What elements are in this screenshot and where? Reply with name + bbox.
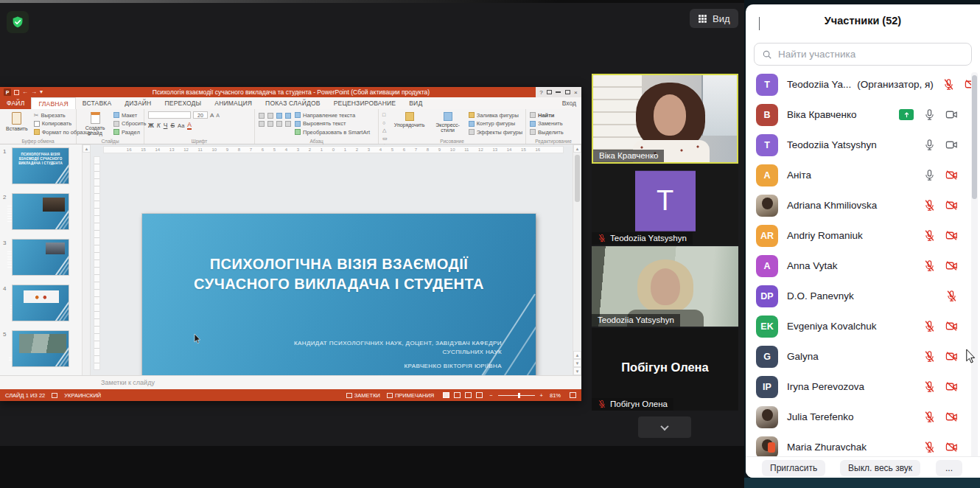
smartart-button[interactable]: Преобразовать в SmartArt xyxy=(295,128,370,136)
shapes-gallery[interactable]: □ ○ △ ▭ ◇ ☆ xyxy=(382,111,388,137)
collapse-videos-button[interactable] xyxy=(638,416,691,438)
participant-row[interactable]: G Galyna xyxy=(746,341,971,372)
video-tile-vika[interactable]: Віка Кравченко xyxy=(592,74,738,164)
new-slide-button[interactable]: Создать слайд xyxy=(80,111,110,137)
select-button[interactable]: Выделить xyxy=(530,128,564,136)
numbering-icon[interactable] xyxy=(267,113,273,119)
minimize-button[interactable] xyxy=(556,91,561,93)
zoom-slider[interactable] xyxy=(498,395,535,396)
zoom-out-button[interactable]: − xyxy=(489,392,492,399)
participant-row[interactable]: T Teodoziia Ya... (Организатор, я) xyxy=(746,69,971,100)
invite-button[interactable]: Пригласить xyxy=(762,460,825,476)
layout-button[interactable]: Макет xyxy=(113,111,146,119)
video-tile-teodoziia-avatar[interactable]: T Teodoziia Yatsyshyn xyxy=(592,165,738,245)
change-case-button[interactable]: Аа xyxy=(178,122,184,129)
find-button[interactable]: Найти xyxy=(530,111,564,119)
undo-icon[interactable]: ← xyxy=(22,89,28,95)
redo-icon[interactable]: → xyxy=(31,89,37,95)
normal-view-icon[interactable] xyxy=(443,392,449,398)
indent-decrease-icon[interactable] xyxy=(276,113,282,119)
shape-fill-button[interactable]: Заливка фигуры xyxy=(469,111,523,119)
participant-row[interactable]: EK Evgeniya Kovalchuk xyxy=(746,311,971,341)
ppt-ribbon-tab[interactable]: ПЕРЕХОДЫ xyxy=(158,97,208,109)
footer-more-button[interactable]: ... xyxy=(936,460,962,476)
shape-outline-button[interactable]: Контур фигуры xyxy=(469,120,523,128)
meeting-security-badge[interactable] xyxy=(7,11,29,33)
zoom-in-button[interactable]: + xyxy=(540,392,543,399)
ppt-ribbon-tab[interactable]: РЕЦЕНЗИРОВАНИЕ xyxy=(327,97,403,109)
help-button[interactable]: ? xyxy=(539,89,542,96)
participant-row[interactable]: Julia Terefenko xyxy=(746,402,971,432)
ppt-ribbon-tab[interactable]: ВИД xyxy=(402,97,429,109)
align-right-icon[interactable] xyxy=(276,121,282,127)
ppt-ribbon-tab[interactable]: ПОКАЗ СЛАЙДОВ xyxy=(259,97,327,109)
participant-row[interactable]: B Віка Кравченко xyxy=(746,100,971,130)
grow-font-icon[interactable]: А xyxy=(210,112,214,119)
qat-dropdown-icon[interactable]: ▾ xyxy=(40,89,43,95)
font-size-box[interactable]: 20 xyxy=(193,111,208,119)
participant-row[interactable]: T Teodoziia Yatsyshyn xyxy=(746,130,971,160)
notes-toggle[interactable]: ЗАМЕТКИ xyxy=(346,392,380,399)
fit-to-window-icon[interactable] xyxy=(570,392,576,398)
video-tile-pobihun[interactable]: Побігун Олена Побігун Олена xyxy=(592,328,738,411)
participant-row[interactable]: Adriana Khmiliovska xyxy=(746,190,971,220)
panel-scrollbar-track[interactable] xyxy=(971,72,978,459)
participant-row[interactable]: Maria Zhuravchak xyxy=(746,432,971,459)
slide-thumbnail[interactable] xyxy=(12,239,69,276)
bold-button[interactable]: Ж xyxy=(148,122,154,129)
reading-view-icon[interactable] xyxy=(465,392,472,398)
previous-slide-button[interactable]: ▲ xyxy=(573,351,581,359)
section-button[interactable]: Раздел xyxy=(113,128,146,136)
slide-thumbnail[interactable]: ПСИХОЛОГІЧНА ВІЗІЯ ВЗАЄМОДІЇ СУЧАСНОГО В… xyxy=(12,147,69,184)
participant-row[interactable]: A Anna Vytak xyxy=(746,251,971,281)
close-button[interactable]: × xyxy=(574,89,578,96)
indent-increase-icon[interactable] xyxy=(285,113,291,119)
participant-row[interactable]: DP D.O. Panevnyk xyxy=(746,281,971,311)
participant-row[interactable]: IP Iryna Perevozova xyxy=(746,372,971,402)
comments-toggle[interactable]: ПРИМЕЧАНИЯ xyxy=(387,392,434,399)
arrange-button[interactable]: Упорядочить xyxy=(392,111,427,137)
slide-thumbnail[interactable] xyxy=(12,330,69,367)
bullets-icon[interactable] xyxy=(259,113,265,119)
zoom-slider-thumb[interactable] xyxy=(518,393,520,398)
align-text-button[interactable]: Выровнять текст xyxy=(295,120,370,128)
slide-sorter-view-icon[interactable] xyxy=(454,392,461,398)
shape-effects-button[interactable]: Эффекты фигуры xyxy=(469,128,523,136)
shrink-font-icon[interactable]: А xyxy=(216,113,220,118)
slide-thumbnail[interactable] xyxy=(12,193,69,230)
ribbon-options-button[interactable] xyxy=(547,90,552,94)
slideshow-view-icon[interactable] xyxy=(476,392,483,398)
panel-collapse-chevron[interactable] xyxy=(759,17,760,30)
text-direction-button[interactable]: Направление текста xyxy=(295,111,370,119)
language-indicator[interactable]: УКРАИНСКИЙ xyxy=(64,392,101,399)
scroll-down-arrow[interactable]: ▼ xyxy=(573,367,581,375)
mute-all-button[interactable]: Выкл. весь звук xyxy=(840,460,920,476)
ppt-ribbon-tab[interactable]: ДИЗАЙН xyxy=(118,97,158,109)
ppt-signin-link[interactable]: Вход xyxy=(562,97,576,109)
ppt-ribbon-tab[interactable]: АНИМАЦИЯ xyxy=(208,97,259,109)
save-icon[interactable] xyxy=(14,90,19,95)
replace-button[interactable]: Заменить xyxy=(530,120,564,128)
font-name-box[interactable] xyxy=(148,111,191,119)
ppt-ribbon-tab[interactable]: ФАЙЛ xyxy=(0,97,31,109)
slide-canvas[interactable]: ПСИХОЛОГІЧНА ВІЗІЯ ВЗАЄМОДІЇ СУЧАСНОГО В… xyxy=(142,214,536,375)
video-tile-teodoziia-video[interactable]: Teodoziia Yatsyshyn xyxy=(592,246,738,327)
slide-area-scrollbar[interactable]: ▲ ▲ ▼ ▼ xyxy=(573,144,581,375)
quick-styles-button[interactable]: Экспресс-стили xyxy=(431,111,465,137)
participant-row[interactable]: AR Andriy Romaniuk xyxy=(746,220,971,251)
zoom-percentage[interactable]: 81% xyxy=(550,392,561,399)
search-participant-input[interactable]: Найти участника xyxy=(754,43,972,66)
restore-button[interactable] xyxy=(565,90,570,94)
panel-scrollbar-thumb[interactable] xyxy=(972,75,977,199)
next-slide-button[interactable]: ▼ xyxy=(573,359,581,367)
align-left-icon[interactable] xyxy=(259,121,265,127)
slide-thumbnail[interactable] xyxy=(12,285,69,321)
view-button[interactable]: Вид xyxy=(690,9,738,28)
ppt-ribbon-tab[interactable]: ГЛАВНАЯ xyxy=(31,97,75,109)
strikethrough-button[interactable]: S xyxy=(170,122,175,129)
scroll-up-arrow[interactable]: ▲ xyxy=(573,144,581,153)
scroll-up-arrow[interactable]: ▲ xyxy=(83,144,91,153)
thumbnails-scrollbar[interactable]: ▲ xyxy=(83,144,91,375)
justify-icon[interactable] xyxy=(285,121,291,127)
ppt-ribbon-tab[interactable]: ВСТАВКА xyxy=(76,97,119,109)
